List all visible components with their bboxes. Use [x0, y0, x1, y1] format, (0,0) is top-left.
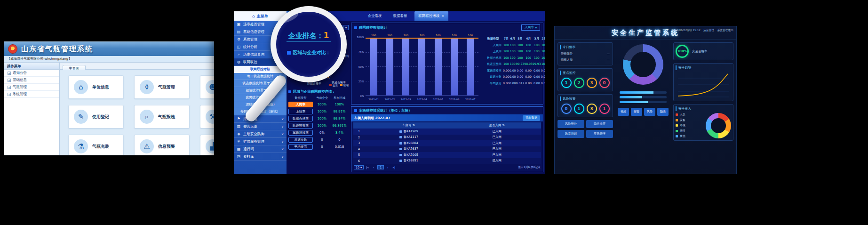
y-axis-label: 0% [354, 95, 364, 97]
sidebar-item[interactable]: + 系统管理 [4, 91, 59, 98]
module-tile[interactable]: ⚒ [200, 105, 216, 129]
vehicle-row[interactable]: 5 鲁KA7005 已入网 [353, 152, 541, 158]
main-row: ▣ 违章处置管理 ∨ ▤ 基础信息管理 ∨ ⚙ 系统管理 ◫ 统计分析 [234, 21, 545, 174]
content-tab[interactable]: 数据看板 [389, 11, 414, 21]
action-button[interactable]: 风险管控 [557, 120, 584, 128]
nav-item[interactable]: ▤ 基础信息管理 ∨ [234, 28, 287, 36]
export-button[interactable]: 导出数据 [523, 115, 540, 121]
sort-icon[interactable]: ⇅ [502, 123, 505, 127]
metric-pill[interactable]: 平均疲劳 [288, 144, 313, 150]
collapse-sidebar-icon[interactable]: « [317, 11, 323, 21]
pager-prev[interactable]: ‹ [371, 166, 376, 169]
page-number[interactable]: 1 [377, 165, 384, 169]
monthly-cell: 100 [516, 56, 525, 60]
status-col-label: 是否入网 [489, 123, 501, 127]
nav-subitem[interactable]: 超速统计(基于运政) [234, 87, 287, 94]
metric-select[interactable]: 入网率 ▾ [521, 24, 540, 31]
action-button[interactable]: 隐患排查 [586, 120, 613, 128]
content-tab[interactable]: 企业看板 [364, 11, 388, 21]
nav-item[interactable]: ◳ 资料库 ∨ [234, 153, 287, 161]
nav-subitem[interactable]: 联网联控考核 [234, 66, 287, 73]
nav-subitem[interactable]: 每日轨迹数据统计（测试） [234, 108, 287, 115]
quick-button[interactable]: 报警 [631, 108, 642, 116]
nav-item[interactable]: ⌕ 历史信息查询 ∨ [234, 51, 287, 58]
plate-number: 鲁KA7637 [404, 147, 418, 151]
metric-pill[interactable]: 入网率 [288, 102, 313, 107]
pager-first[interactable]: |« [365, 166, 370, 169]
nav-item[interactable]: ◍ 联网联控 [234, 58, 287, 66]
content-tab[interactable]: 联网联控考核 × [414, 11, 449, 21]
module-tile[interactable]: ✎ 使用登记 [68, 105, 124, 129]
region-value: 100% [331, 102, 348, 107]
vehicle-row[interactable]: 3 鲁K96804 已入网 [353, 140, 541, 146]
metric-pill[interactable]: 超速次数 [288, 137, 313, 143]
stats-panel: 联网联控数据统计 入网率 ▾ 100%75%50%25%0% [351, 23, 543, 104]
home-menu[interactable]: ⌂ 主菜单 [234, 11, 287, 21]
sidebar-item[interactable]: + 气瓶管理 [4, 84, 59, 91]
nav-subitem[interactable]: 漂移统计(基于运政) [234, 101, 287, 108]
vehicle-row[interactable]: 4 鲁KA7637 已入网 [353, 146, 541, 153]
module-tile[interactable]: ⚗ 气瓶充装 [68, 135, 124, 155]
module-tile[interactable]: ⌕ 气瓶报检 [134, 105, 190, 129]
nav-subitem[interactable]: 疲劳统计(基于运政) [234, 94, 287, 101]
nav-subitem[interactable]: 轨迹数据统计(基于运政) [234, 80, 287, 87]
monthly-row-label: 入网率 [483, 43, 503, 48]
nav-item[interactable]: ✳ 扩展服务管理 ∨ [234, 138, 287, 145]
pager-next[interactable]: › [385, 166, 390, 169]
legend-dot [676, 113, 678, 116]
vehicle-list-label: 车辆列表 [297, 14, 312, 19]
rank-row: 企业排名： 1 查询日期 2022-07 ▾ [288, 23, 349, 32]
metric-pill[interactable]: 上线率 [288, 109, 313, 114]
nav-item[interactable]: ◈ 主动安全防御 ∨ [234, 130, 287, 138]
module-tile[interactable]: ▟ [200, 135, 216, 155]
section-bullet [354, 26, 357, 29]
action-button[interactable]: 教育培训 [557, 130, 584, 138]
pager-last[interactable]: »| [391, 166, 396, 169]
plate-col-header[interactable]: 车牌号 ⇅ [365, 123, 453, 128]
metric-pill[interactable]: 车辆漂移率 [288, 130, 313, 136]
mini-bar [620, 91, 667, 94]
details-col-header: 所在区域 [331, 96, 348, 100]
query-date-select[interactable]: 2022-07 ▾ [331, 25, 349, 30]
quick-button[interactable]: 视频 [618, 108, 629, 116]
company-value: 100% [314, 102, 330, 107]
nav-item[interactable]: ◫ 统计分析 ∨ [234, 43, 287, 51]
nav-item[interactable]: ▣ 违章处置管理 ∨ [234, 21, 287, 28]
nav-item[interactable]: ⚑ 报警管理 ∨ [234, 115, 287, 123]
bar-value-label: 100 [468, 34, 473, 37]
module-tile[interactable]: ☻ [200, 75, 216, 99]
module-tile[interactable]: ⚱ 气瓶管理 [134, 75, 190, 99]
sidebar-item[interactable]: + 通知公告 [4, 70, 59, 77]
quick-buttons: 视频报警风险隐患 [616, 108, 670, 116]
status-col-header[interactable]: 是否入网 ⇅ [453, 123, 542, 128]
vehicle-row[interactable]: 1 鲁KA1909 已入网 [353, 129, 541, 135]
quick-button[interactable]: 风险 [644, 108, 655, 116]
nav-item[interactable]: ⚙ 系统管理 [234, 36, 287, 43]
quick-button[interactable]: 隐患 [657, 108, 669, 116]
expand-plus-icon[interactable]: + [8, 72, 11, 75]
expand-plus-icon[interactable]: + [8, 79, 11, 82]
vehicle-list-menu[interactable]: ▣ 车辆列表 [287, 11, 317, 21]
module-tile[interactable]: ⚠ 信息预警 [134, 135, 190, 155]
page-size-select[interactable]: 10 ▾ [354, 165, 364, 169]
expand-plus-icon[interactable]: + [8, 86, 11, 89]
sort-icon[interactable]: ⇅ [413, 123, 415, 127]
metric-pill[interactable]: 数据合格率 [288, 116, 313, 121]
nav-item[interactable]: ▥ 整合运单 ∨ [234, 123, 287, 130]
vehicle-row[interactable]: 6 鲁K56951 已入网 [353, 158, 541, 164]
chevron-down-icon: ∨ [281, 117, 284, 121]
metric-pill[interactable]: 轨迹完整率 [288, 123, 313, 129]
admin-link[interactable]: 后台管理 [703, 28, 714, 32]
logout-link[interactable]: 系统管理退出 [717, 28, 733, 32]
tiles-grid: ⌂ 单位信息 ⚱ 气瓶管理 ☻ ✎ 使用登记 ⌕ 气瓶报检 [68, 75, 216, 155]
plate-number: 鲁KA1117 [404, 135, 418, 139]
vehicle-row[interactable]: 2 鲁KA1117 已入网 [353, 135, 541, 141]
pass-rate-ring: 100% [676, 45, 689, 58]
sidebar-item[interactable]: + 基础信息 [4, 77, 59, 84]
nav-subitem[interactable]: 每日轨迹数据统计 [234, 73, 287, 80]
module-tile[interactable]: ⌂ 单位信息 [68, 75, 124, 99]
expand-plus-icon[interactable]: + [8, 93, 11, 96]
action-button[interactable]: 应急管理 [586, 130, 613, 138]
tab-close-icon[interactable]: × [442, 14, 445, 18]
nav-item[interactable]: ▦ 通行码 ∨ [234, 145, 287, 153]
